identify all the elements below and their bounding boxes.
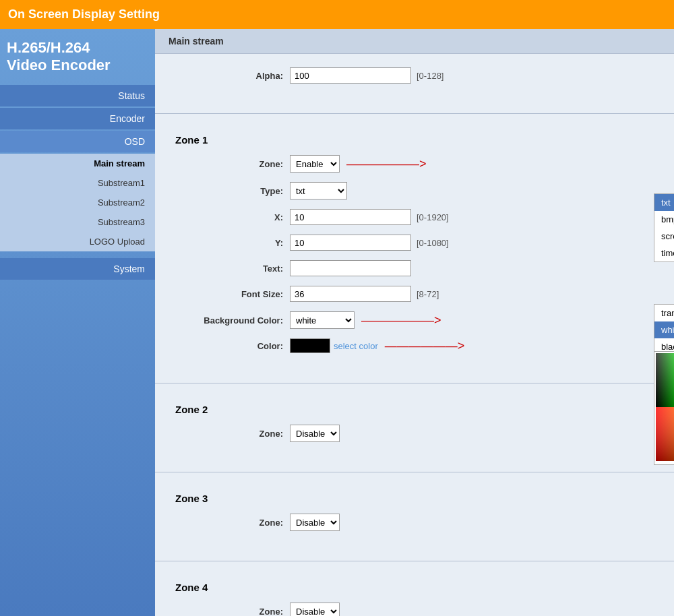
type-option-txt[interactable]: txt <box>654 194 674 211</box>
nav-status[interactable]: Status <box>0 85 155 106</box>
zone1-zone-row: Zone: Enable Disable ——————> <box>175 155 654 173</box>
zone4-zone-label: Zone: <box>175 607 283 617</box>
color-picker-popup <box>654 351 674 465</box>
zone1-color-label: Color: <box>175 341 283 351</box>
logo-area: H.265/H.264 Video Encoder <box>0 29 155 85</box>
zone1-bgcolor-select[interactable]: transparent white black <box>290 311 355 329</box>
zone1-text-input[interactable] <box>290 260 411 276</box>
zone1-fontsize-input[interactable] <box>290 286 411 302</box>
zone3-zone-label: Zone: <box>175 518 283 528</box>
zone1-text-label: Text: <box>175 264 283 274</box>
zone4-title: Zone 4 <box>175 582 654 593</box>
type-option-bmp[interactable]: bmp <box>654 211 674 228</box>
zone1-y-range: [0-1080] <box>417 238 449 248</box>
nav-system[interactable]: System <box>0 258 155 280</box>
zone1-color-arrow: ——————> <box>385 339 465 353</box>
zone1-y-label: Y: <box>175 238 283 248</box>
zone1-y-input[interactable] <box>290 235 411 251</box>
zone1-color-swatch[interactable] <box>290 338 330 353</box>
zone1-fontsize-row: Font Size: [8-72] <box>175 286 654 302</box>
zone2-title: Zone 2 <box>175 404 654 415</box>
zone1-x-label: X: <box>175 212 283 222</box>
zone1-x-range: [0-1920] <box>417 212 449 222</box>
logo-line1: H.265/H.264 <box>7 39 148 57</box>
zone2-zone-label: Zone: <box>175 429 283 439</box>
color-picker-canvas[interactable] <box>656 353 674 461</box>
zone1-color-row: Color: select color ——————> <box>175 338 654 353</box>
zone4-zone-select[interactable]: Enable Disable <box>290 603 340 616</box>
zone1-y-row: Y: [0-1080] <box>175 235 654 251</box>
sub-nav: Main stream Substream1 Substream2 Substr… <box>0 154 155 251</box>
zone2-zone-row: Zone: Enable Disable <box>175 425 654 442</box>
zone1-x-input[interactable] <box>290 209 411 225</box>
nav-encoder[interactable]: Encoder <box>0 108 155 129</box>
zone1-title: Zone 1 <box>175 134 654 146</box>
sidebar-item-substream3[interactable]: Substream3 <box>0 212 155 232</box>
zone1-type-label: Type: <box>175 186 283 196</box>
bgcolor-option-transparent[interactable]: transparent <box>654 305 674 321</box>
zone1-bgcolor-row: Background Color: transparent white blac… <box>175 311 654 329</box>
zone1-type-select[interactable]: txt bmp scroll text time <box>290 182 347 199</box>
zone1-select-color-link[interactable]: select color <box>334 341 378 351</box>
bgcolor-option-white[interactable]: white <box>654 321 674 338</box>
zone1-zone-label: Zone: <box>175 159 283 169</box>
zone4-zone-row: Zone: Enable Disable <box>175 603 654 616</box>
section-header-main-stream: Main stream <box>155 29 674 54</box>
logo-line2: Video Encoder <box>7 57 148 74</box>
bgcolor-dropdown-popup: transparent white black <box>654 304 674 356</box>
zone3-zone-row: Zone: Enable Disable <box>175 514 654 531</box>
alpha-range: [0-128] <box>417 71 443 81</box>
type-dropdown-popup: txt bmp scroll text time <box>654 193 674 262</box>
nav-osd[interactable]: OSD <box>0 131 155 152</box>
alpha-input[interactable] <box>290 67 411 84</box>
zone1-bgcolor-arrow: ——————> <box>361 313 441 328</box>
sidebar: H.265/H.264 Video Encoder Status Encoder… <box>0 29 155 616</box>
sidebar-item-logo-upload[interactable]: LOGO Upload <box>0 232 155 251</box>
type-option-scroll-text[interactable]: scroll text <box>654 228 674 245</box>
sidebar-item-main-stream[interactable]: Main stream <box>0 154 155 173</box>
zone2-zone-select[interactable]: Enable Disable <box>290 425 340 442</box>
zone1-fontsize-range: [8-72] <box>417 289 439 299</box>
zone1-type-row: Type: txt bmp scroll text time <box>175 182 654 199</box>
page-title: On Screen Display Setting <box>8 7 160 22</box>
zone1-text-row: Text: <box>175 260 654 276</box>
zone1-bgcolor-label: Background Color: <box>175 315 283 326</box>
zone3-title: Zone 3 <box>175 493 654 504</box>
alpha-row: Alpha: [0-128] <box>175 67 654 84</box>
sidebar-item-substream2[interactable]: Substream2 <box>0 193 155 212</box>
main-content: Main stream Alpha: [0-128] Zone 1 Zone: … <box>155 29 674 616</box>
alpha-label: Alpha: <box>175 71 283 81</box>
zone1-zone-select[interactable]: Enable Disable <box>290 155 340 173</box>
zone1-fontsize-label: Font Size: <box>175 289 283 299</box>
zone3-zone-select[interactable]: Enable Disable <box>290 514 340 531</box>
page-header: On Screen Display Setting <box>0 0 674 29</box>
zone1-zone-arrow: ——————> <box>346 157 427 171</box>
type-option-time[interactable]: time <box>654 245 674 261</box>
zone1-x-row: X: [0-1920] <box>175 209 654 225</box>
sidebar-item-substream1[interactable]: Substream1 <box>0 173 155 193</box>
